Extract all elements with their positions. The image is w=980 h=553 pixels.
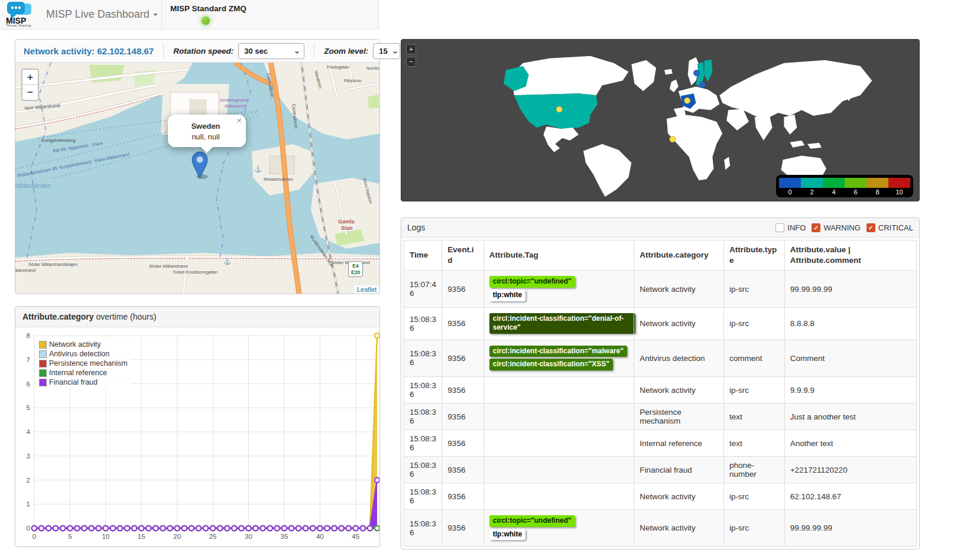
cell-event-id: 9356 bbox=[442, 340, 483, 376]
map-label: Riksbron bbox=[344, 78, 362, 83]
legend-swatch bbox=[39, 369, 47, 377]
legend-swatch bbox=[39, 360, 47, 367]
cell-category: Network activity bbox=[634, 307, 724, 340]
event-location-dot[interactable] bbox=[670, 136, 676, 142]
rotation-speed-group: Rotation speed: 30 sec ⌄ bbox=[163, 43, 304, 59]
log-level-filters: INFO✓WARNING✓CRITICAL bbox=[770, 223, 913, 232]
scale-tick-label: 8 bbox=[867, 188, 888, 197]
log-row: 15:08:369356Internal referencetextAnothe… bbox=[404, 430, 917, 457]
cell-value: 9.9.9.9 bbox=[784, 377, 916, 404]
attribute-tag: circl:topic="undefined" bbox=[489, 276, 575, 288]
svg-text:30: 30 bbox=[245, 533, 252, 540]
logs-header: Logs INFO✓WARNING✓CRITICAL bbox=[401, 218, 919, 238]
event-location-dot[interactable] bbox=[684, 97, 690, 103]
svg-text:2: 2 bbox=[27, 477, 30, 484]
attribute-tag: circl:topic="undefined" bbox=[489, 515, 575, 527]
column-header: Attribute.Tag bbox=[483, 240, 634, 271]
legend-label: Internal reference bbox=[49, 369, 107, 377]
zoom-level-label: Zoom level: bbox=[324, 47, 368, 56]
misp-logo: MISP Threat Sharing bbox=[6, 1, 40, 27]
column-header: Attribute.type bbox=[724, 240, 785, 271]
legend-swatch bbox=[39, 379, 47, 386]
legend-swatch bbox=[39, 341, 47, 349]
cell-event-id: 9356 bbox=[442, 510, 483, 547]
leaflet-map[interactable]: Norr MälarstrandKungsholmstorgBåt 89: Ta… bbox=[15, 63, 379, 294]
logs-panel: Logs INFO✓WARNING✓CRITICAL TimeEvent.idA… bbox=[401, 217, 920, 549]
scale-tick-label: 2 bbox=[801, 188, 823, 197]
filter-warning[interactable]: ✓WARNING bbox=[812, 223, 860, 232]
log-row: 15:08:369356Financial fraudphone-number+… bbox=[404, 457, 917, 483]
filter-info[interactable]: INFO bbox=[775, 223, 806, 232]
cell-category: Network activity bbox=[634, 510, 724, 547]
rotation-speed-label: Rotation speed: bbox=[173, 47, 233, 56]
log-row: 15:08:369356circl:topic="undefined"tlp:w… bbox=[404, 510, 917, 547]
attribute-tag: circl:incident-classification="denial-of… bbox=[489, 313, 635, 334]
attribute-tag: tlp:white bbox=[489, 289, 525, 301]
cell-tags: circl:incident-classification="malware"c… bbox=[483, 340, 634, 376]
cell-time: 15:08:36 bbox=[404, 457, 442, 483]
svg-text:20: 20 bbox=[173, 533, 181, 540]
cell-tags bbox=[483, 377, 634, 404]
checkbox-checked-icon[interactable]: ✓ bbox=[812, 223, 820, 232]
log-row: 15:08:369356circl:incident-classificatio… bbox=[404, 340, 917, 376]
scale-color-block bbox=[888, 178, 910, 188]
zmq-feed-label: MISP Standard ZMQ bbox=[170, 4, 246, 13]
legend-label: Financial fraud bbox=[49, 378, 98, 386]
cell-value: 8.8.8.8 bbox=[784, 307, 916, 340]
cell-time: 15:08:36 bbox=[404, 307, 442, 340]
column-header: Attribute.value | Attribute.comment bbox=[784, 240, 916, 271]
scale-tick-label: 4 bbox=[823, 188, 845, 197]
legend-item: Antivirus detection bbox=[39, 349, 128, 359]
zoom-level-select[interactable]: 15 ⌄ bbox=[373, 43, 400, 59]
map-panel-title: Network activity: 62.102.148.67 bbox=[24, 46, 154, 56]
scale-color-block bbox=[801, 178, 823, 188]
cell-tags bbox=[483, 404, 634, 430]
logo-word: MISP bbox=[6, 18, 40, 24]
cell-type: phone-number bbox=[724, 457, 785, 483]
svg-text:25: 25 bbox=[209, 533, 217, 540]
legend-label: Persistence mechanism bbox=[49, 359, 128, 367]
checkbox-checked-icon[interactable]: ✓ bbox=[867, 223, 875, 232]
cell-event-id: 9356 bbox=[442, 483, 483, 510]
map-zoom-out-button[interactable]: − bbox=[22, 85, 38, 100]
svg-text:40: 40 bbox=[316, 533, 324, 540]
map-zoom-in-button[interactable]: + bbox=[22, 70, 38, 85]
chart-legend: Network activityAntivirus detectionPersi… bbox=[37, 338, 132, 389]
cell-tags bbox=[483, 483, 634, 510]
world-map-panel[interactable]: + − 0246810 bbox=[401, 39, 920, 201]
cell-time: 15:08:36 bbox=[404, 510, 442, 547]
legend-item: Internal reference bbox=[39, 368, 128, 378]
event-location-dot[interactable] bbox=[700, 82, 706, 87]
scale-color-block bbox=[845, 178, 867, 188]
logs-table: TimeEvent.idAttribute.TagAttribute.categ… bbox=[404, 240, 917, 547]
log-row: 15:08:369356Network activityip-src62.102… bbox=[404, 483, 917, 510]
logs-title: Logs bbox=[407, 223, 425, 232]
logs-table-header-row: TimeEvent.idAttribute.TagAttribute.categ… bbox=[404, 240, 917, 271]
road-badge-e20: E20 bbox=[351, 269, 360, 276]
checkbox-unchecked-icon[interactable] bbox=[775, 223, 784, 232]
svg-text:0: 0 bbox=[27, 525, 30, 532]
cell-category: Persistence mechanism bbox=[634, 404, 724, 430]
event-location-dot[interactable] bbox=[556, 106, 562, 112]
cell-time: 15:08:36 bbox=[404, 340, 442, 376]
cell-value: 99.99.99.99 bbox=[784, 271, 916, 307]
chart-title-bold: Attribute.category bbox=[22, 312, 94, 321]
log-row: 15:07:469356circl:topic="undefined"tlp:w… bbox=[404, 271, 917, 307]
close-icon[interactable]: × bbox=[236, 116, 242, 125]
cell-tags: circl:topic="undefined"tlp:white bbox=[483, 271, 634, 307]
event-location-dot[interactable] bbox=[694, 70, 700, 76]
world-zoom-out-button[interactable]: − bbox=[406, 57, 416, 67]
leaflet-zoom-control: + − bbox=[21, 69, 39, 101]
attribute-tag: circl:incident-classification="malware" bbox=[489, 346, 627, 357]
world-zoom-in-button[interactable]: + bbox=[406, 44, 416, 54]
rotation-speed-select[interactable]: 30 sec ⌄ bbox=[238, 43, 304, 59]
map-popup: × Sweden null, null bbox=[168, 115, 246, 147]
color-scale-blocks bbox=[779, 178, 910, 188]
road-badge-e4: E4 bbox=[351, 263, 360, 269]
log-row: 15:08:369356circl:incident-classificatio… bbox=[404, 307, 917, 340]
brand-dropdown[interactable]: MISP Live Dashboard bbox=[46, 8, 158, 21]
scale-color-block bbox=[867, 178, 888, 188]
leaflet-link[interactable]: Leaflet bbox=[357, 286, 377, 293]
map-label: Riddarfjärden bbox=[15, 182, 51, 189]
filter-critical[interactable]: ✓CRITICAL bbox=[867, 223, 913, 232]
